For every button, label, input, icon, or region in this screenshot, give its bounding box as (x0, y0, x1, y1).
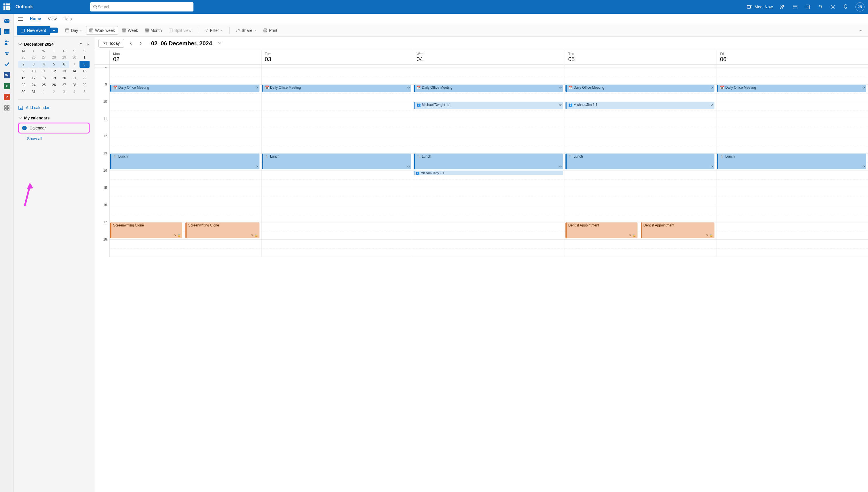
gear-icon[interactable] (830, 4, 836, 10)
svg-point-10 (832, 6, 834, 8)
svg-point-3 (781, 5, 783, 7)
app-launcher-icon[interactable] (3, 3, 10, 10)
svg-point-4 (783, 5, 784, 7)
calendar-day-icon[interactable] (792, 4, 798, 10)
meet-now-label: Meet Now (754, 5, 773, 9)
search-icon (93, 5, 98, 9)
app-header: Outlook Meet Now JN (0, 0, 868, 14)
search-input[interactable] (98, 5, 191, 9)
svg-rect-2 (747, 5, 751, 8)
search-box[interactable] (90, 2, 194, 11)
svg-line-1 (96, 8, 97, 9)
note-icon[interactable] (805, 4, 811, 10)
user-avatar[interactable]: JN (855, 2, 865, 11)
bell-icon[interactable] (817, 4, 823, 10)
video-icon (747, 5, 752, 9)
svg-rect-5 (793, 5, 797, 9)
teams-icon[interactable] (779, 4, 785, 10)
meet-now-button[interactable]: Meet Now (747, 5, 773, 9)
brand-label: Outlook (16, 4, 33, 9)
svg-point-0 (94, 5, 96, 8)
lightbulb-icon[interactable] (843, 4, 848, 10)
